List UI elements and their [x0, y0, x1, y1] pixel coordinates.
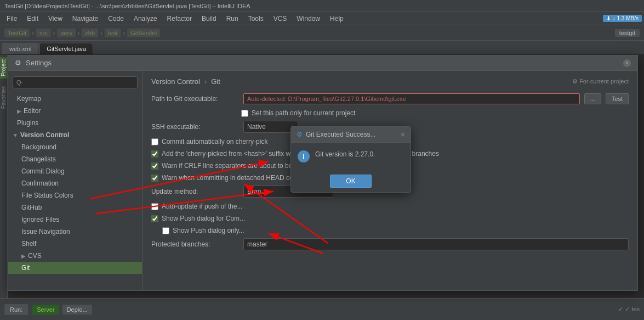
- nav-editor[interactable]: ▶ Editor: [8, 105, 142, 117]
- breadcrumb-pers[interactable]: pers: [57, 29, 75, 37]
- breadcrumb-zhb[interactable]: zhb: [82, 29, 98, 37]
- auto-commit-checkbox[interactable]: [151, 138, 158, 145]
- set-path-checkbox[interactable]: [241, 110, 248, 117]
- protected-branches-row: Protected branches:: [151, 238, 629, 250]
- nav-commit-dialog[interactable]: Commit Dialog: [8, 165, 142, 177]
- network-indicator: ⬇ ↓ 1.3 MB/s: [603, 15, 642, 22]
- breadcrumb-sep-3: ›: [78, 30, 80, 36]
- menu-build[interactable]: Build: [197, 14, 221, 24]
- show-push-commit-label: Show Push dialog for Com...: [162, 215, 245, 222]
- content-header-git: Git: [211, 77, 220, 86]
- nav-ignored-files[interactable]: Ignored Files: [8, 214, 142, 226]
- nav-shelf[interactable]: Shelf: [8, 238, 142, 250]
- auto-update-checkbox[interactable]: [151, 203, 158, 210]
- breadcrumb-gitservlet[interactable]: GitServlet: [127, 29, 160, 37]
- content-header-vc: Version Control: [151, 77, 200, 86]
- breadcrumb-bar: TestGit › src › pers › zhb › test › GitS…: [0, 25, 644, 41]
- nav-git[interactable]: Git: [8, 262, 142, 274]
- tab-gitservlet[interactable]: GitServlet.java: [39, 43, 93, 54]
- info-icon-text: i: [303, 153, 305, 161]
- success-title-bar: ⚙ Git Executed Success... ×: [291, 127, 411, 143]
- git-path-input[interactable]: [243, 93, 580, 104]
- settings-close-button[interactable]: ×: [623, 59, 631, 67]
- tab-webxml[interactable]: web.xml: [2, 43, 38, 54]
- menu-view[interactable]: View: [44, 14, 67, 24]
- menu-bar: File Edit View Navigate Code Analyze Ref…: [0, 12, 644, 25]
- side-panel-strip: Project Favorites: [0, 55, 8, 298]
- git-branch[interactable]: testgit: [615, 29, 640, 37]
- nav-confirmation[interactable]: Confirmation: [8, 177, 142, 189]
- success-close-button[interactable]: ×: [401, 130, 405, 139]
- auto-update-row: Auto-update if push of the...: [151, 202, 629, 211]
- settings-gear-icon: ⚙: [15, 59, 21, 67]
- menu-run[interactable]: Run: [222, 14, 243, 24]
- ok-button[interactable]: OK: [330, 175, 371, 188]
- git-path-row: Path to Git executable: ... Test: [151, 93, 629, 104]
- breadcrumb-sep-5: ›: [123, 30, 125, 36]
- show-push-commit-checkbox[interactable]: [151, 215, 158, 222]
- menu-code[interactable]: Code: [104, 14, 128, 24]
- menu-navigate[interactable]: Navigate: [68, 14, 102, 24]
- status-bar-text: ✓ ✓ tes: [618, 306, 640, 313]
- nav-background[interactable]: Background: [8, 141, 142, 153]
- menu-file[interactable]: File: [2, 14, 21, 24]
- browse-button[interactable]: ...: [584, 93, 601, 104]
- menu-window[interactable]: Window: [292, 14, 324, 24]
- warn-detached-checkbox[interactable]: [151, 175, 158, 182]
- menu-help[interactable]: Help: [326, 14, 348, 24]
- ssh-select[interactable]: Native Built-in: [243, 121, 298, 133]
- nav-issue-navigation[interactable]: Issue Navigation: [8, 226, 142, 238]
- search-icon: Q·: [16, 79, 23, 86]
- menu-edit[interactable]: Edit: [22, 14, 43, 24]
- warn-crlf-checkbox[interactable]: [151, 162, 158, 170]
- ssh-label: SSH executable:: [151, 123, 239, 131]
- breadcrumb-testgit[interactable]: TestGit: [4, 29, 30, 37]
- tabs-row: web.xml GitServlet.java: [0, 41, 644, 55]
- nav-file-status-colors[interactable]: File Status Colors: [8, 189, 142, 201]
- settings-nav: Q· Keymap ▶ Editor Plugins ▼ Version Con…: [8, 71, 143, 290]
- network-speed: ↓ 1.3 MB/s: [613, 15, 639, 21]
- success-footer: OK: [291, 170, 411, 192]
- nav-cvs[interactable]: ▶ CVS: [8, 250, 142, 262]
- nav-plugins[interactable]: Plugins: [8, 117, 142, 129]
- network-icon: ⬇: [606, 15, 611, 21]
- settings-search-box[interactable]: Q·: [13, 76, 138, 88]
- run-server-button[interactable]: Server: [32, 305, 59, 315]
- menu-tools[interactable]: Tools: [244, 14, 268, 24]
- run-deploy-button[interactable]: Deplo...: [62, 305, 92, 315]
- success-body: i Git version is 2.27.0.: [291, 143, 411, 170]
- set-path-label: Set this path only for current project: [252, 109, 355, 117]
- test-button[interactable]: Test: [606, 93, 629, 104]
- settings-search-input[interactable]: [25, 78, 134, 86]
- show-push-only-checkbox[interactable]: [162, 227, 169, 234]
- side-tab-project[interactable]: Project: [0, 57, 8, 78]
- run-tab[interactable]: Run:: [4, 304, 28, 315]
- nav-changelists[interactable]: Changelists: [8, 153, 142, 165]
- add-suffix-checkbox[interactable]: [151, 150, 158, 158]
- ssh-select-wrapper[interactable]: Native Built-in: [243, 121, 298, 133]
- success-title-label: Git Executed Success...: [306, 131, 375, 138]
- nav-keymap[interactable]: Keymap: [8, 93, 142, 105]
- breadcrumb-sep-1: ›: [32, 30, 34, 36]
- editor-arrow-icon: ▶: [17, 108, 21, 114]
- nav-github[interactable]: GitHub: [8, 201, 142, 214]
- protected-branches-input[interactable]: [243, 238, 629, 250]
- set-path-row: Set this path only for current project: [151, 109, 629, 117]
- menu-analyze[interactable]: Analyze: [129, 14, 162, 24]
- auto-update-label: Auto-update if push of the...: [162, 203, 242, 210]
- side-tab-favorites[interactable]: Favorites: [0, 84, 8, 111]
- settings-title-bar: ⚙ Settings ×: [8, 55, 637, 71]
- update-method-label: Update method:: [151, 188, 239, 195]
- menu-vcs[interactable]: VCS: [269, 14, 292, 24]
- breadcrumb-test[interactable]: test: [105, 29, 121, 37]
- show-push-commit-row: Show Push dialog for Com...: [151, 214, 629, 223]
- nav-version-control[interactable]: ▼ Version Control: [8, 129, 142, 141]
- for-current-project-label: ⚙ For current project: [572, 78, 629, 85]
- breadcrumb-sep-2: ›: [53, 30, 55, 36]
- show-push-only-label: Show Push dialog only...: [173, 227, 244, 234]
- protected-branches-label: Protected branches:: [151, 240, 239, 248]
- menu-refactor[interactable]: Refactor: [163, 14, 196, 24]
- title-text: TestGit [D:\IdeaProjects\TestGit] - ...\…: [4, 3, 250, 9]
- bottom-bar: Run: Server Deplo... ✓ ✓ tes: [0, 298, 644, 320]
- breadcrumb-src[interactable]: src: [36, 29, 51, 37]
